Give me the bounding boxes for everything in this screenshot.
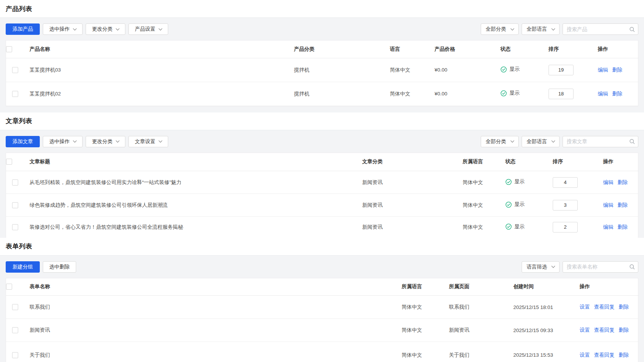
- select-all-checkbox[interactable]: [6, 284, 12, 290]
- forms-toolbar: 新建分组 选中删除 语言筛选: [6, 256, 638, 278]
- edit-link[interactable]: 编辑: [598, 67, 608, 73]
- delete-link[interactable]: 删除: [617, 179, 628, 185]
- selected-actions-dropdown[interactable]: 选中操作: [43, 136, 83, 147]
- delete-selected-button[interactable]: 选中删除: [43, 261, 76, 273]
- search-icon[interactable]: [626, 24, 638, 34]
- sort-input[interactable]: [553, 200, 578, 211]
- chevron-down-icon: [511, 139, 514, 143]
- category-filter-dropdown[interactable]: 全部分类: [481, 23, 519, 35]
- add-product-button[interactable]: 添加产品: [6, 23, 40, 35]
- new-group-button[interactable]: 新建分组: [6, 261, 40, 273]
- row-checkbox[interactable]: [12, 202, 18, 208]
- row-checkbox[interactable]: [12, 91, 18, 97]
- row-checkbox[interactable]: [12, 304, 18, 310]
- status-badge: 显示: [500, 66, 520, 73]
- form-created-time: 2025/12/13 15:53: [508, 342, 574, 362]
- product-price: ¥0.00: [429, 82, 495, 106]
- article-language: 简体中文: [457, 171, 500, 194]
- dropdown-label: 产品设置: [135, 26, 155, 33]
- column-header-title: 文章标题: [24, 153, 357, 171]
- column-header-page: 所属页面: [444, 278, 508, 296]
- view-replies-link[interactable]: 查看回复: [594, 327, 614, 333]
- sort-input[interactable]: [553, 177, 578, 188]
- article-title: 绿色装修成趋势，鼎筑空间建筑装修公司引领环保人居新潮流: [24, 194, 357, 217]
- table-row: 新闻资讯 简体中文 新闻资讯 2025/12/15 09:33 设置查看回复删除: [6, 319, 639, 342]
- dropdown-label: 选中操作: [49, 26, 70, 33]
- category-filter-dropdown[interactable]: 全部分类: [481, 136, 519, 147]
- sort-input[interactable]: [549, 65, 574, 75]
- settings-link[interactable]: 设置: [580, 352, 590, 358]
- column-header-name: 产品名称: [24, 41, 289, 58]
- column-header-language: 语言: [385, 41, 429, 58]
- delete-link[interactable]: 删除: [619, 352, 629, 358]
- change-category-dropdown[interactable]: 更改分类: [86, 23, 125, 35]
- articles-title-band: 文章列表: [0, 112, 644, 130]
- column-header-actions: 操作: [598, 153, 639, 171]
- edit-link[interactable]: 编辑: [603, 179, 613, 185]
- row-checkbox[interactable]: [12, 179, 18, 186]
- chevron-down-icon: [159, 27, 163, 30]
- sort-input[interactable]: [549, 89, 574, 99]
- status-badge: 显示: [500, 90, 520, 97]
- add-article-button[interactable]: 添加文章: [6, 136, 40, 147]
- column-header-status: 状态: [495, 41, 543, 58]
- filter-label: 全部语言: [527, 26, 547, 33]
- select-all-checkbox[interactable]: [6, 46, 12, 52]
- delete-link[interactable]: 删除: [612, 67, 622, 73]
- dropdown-label: 更改分类: [92, 26, 113, 33]
- form-created-time: 2025/12/15 09:33: [508, 319, 574, 342]
- delete-link[interactable]: 删除: [619, 327, 629, 333]
- change-category-dropdown[interactable]: 更改分类: [86, 136, 125, 147]
- sort-input[interactable]: [553, 222, 578, 232]
- settings-link[interactable]: 设置: [580, 304, 590, 310]
- chevron-down-icon: [116, 139, 120, 143]
- product-search-input[interactable]: [563, 27, 626, 32]
- chevron-down-icon: [159, 139, 163, 143]
- row-checkbox[interactable]: [12, 67, 18, 73]
- search-icon[interactable]: [626, 136, 638, 147]
- selected-actions-dropdown[interactable]: 选中操作: [43, 23, 83, 35]
- edit-link[interactable]: 编辑: [598, 91, 608, 97]
- view-replies-link[interactable]: 查看回复: [594, 304, 614, 310]
- product-settings-dropdown[interactable]: 产品设置: [128, 23, 168, 35]
- row-checkbox[interactable]: [12, 224, 18, 230]
- chevron-down-icon: [73, 27, 77, 30]
- select-all-checkbox[interactable]: [6, 159, 12, 165]
- language-filter-dropdown[interactable]: 语言筛选: [522, 261, 560, 273]
- row-checkbox[interactable]: [12, 327, 18, 333]
- delete-link[interactable]: 删除: [619, 304, 629, 310]
- products-title-band: 产品列表: [0, 0, 644, 17]
- article-search-input[interactable]: [563, 139, 626, 144]
- column-header-language: 所属语言: [457, 153, 500, 171]
- column-header-price: 产品价格: [429, 41, 495, 58]
- view-replies-link[interactable]: 查看回复: [594, 352, 614, 358]
- column-header-name: 表单名称: [24, 278, 396, 296]
- column-header-actions: 操作: [592, 41, 639, 58]
- products-zone: 添加产品 选中操作 更改分类 产品设置 全部分类 全部语言: [0, 17, 644, 112]
- products-header-row: 产品名称 产品分类 语言 产品价格 状态 排序 操作: [6, 41, 639, 58]
- column-header-category: 文章分类: [357, 153, 457, 171]
- search-icon[interactable]: [626, 262, 638, 272]
- delete-link[interactable]: 删除: [617, 224, 628, 230]
- column-header-sort: 排序: [543, 41, 592, 58]
- product-language: 简体中文: [385, 82, 429, 106]
- table-row: 装修选对公司，省心又省力！鼎筑空间建筑装修公司全流程服务揭秘 新闻资讯 简体中文…: [6, 217, 639, 238]
- products-table-card: 产品名称 产品分类 语言 产品价格 状态 排序 操作 某某搅拌机03 搅拌机: [6, 40, 638, 106]
- status-text: 显示: [514, 178, 525, 185]
- language-filter-dropdown[interactable]: 全部语言: [522, 136, 560, 147]
- article-search-box: [563, 136, 638, 147]
- delete-link[interactable]: 删除: [612, 91, 622, 97]
- chevron-down-icon: [552, 27, 555, 30]
- row-checkbox[interactable]: [12, 352, 18, 358]
- edit-link[interactable]: 编辑: [603, 202, 613, 208]
- settings-link[interactable]: 设置: [580, 327, 590, 333]
- forms-section: 表单列表 新建分组 选中删除 语言筛选: [0, 238, 644, 362]
- delete-link[interactable]: 删除: [617, 202, 628, 208]
- language-filter-dropdown[interactable]: 全部语言: [522, 23, 560, 35]
- column-header-created: 创建时间: [508, 278, 574, 296]
- article-settings-dropdown[interactable]: 文章设置: [128, 136, 168, 147]
- edit-link[interactable]: 编辑: [603, 224, 613, 230]
- article-category: 新闻资讯: [357, 194, 457, 217]
- column-header-language: 所属语言: [396, 278, 444, 296]
- form-search-input[interactable]: [563, 264, 626, 270]
